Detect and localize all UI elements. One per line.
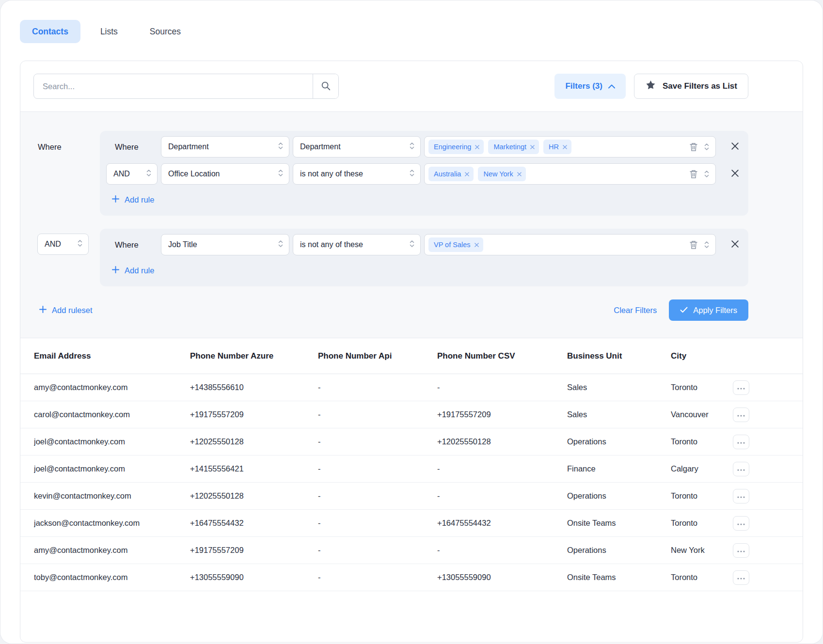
rule-values-box[interactable]: Australia [424, 163, 716, 185]
remove-rule-button[interactable] [728, 237, 742, 252]
clear-filters-button[interactable]: Clear Filters [614, 306, 657, 315]
rule-values-box[interactable]: Engineering [424, 136, 716, 157]
cell-actions [728, 516, 749, 531]
cell-actions [728, 462, 749, 476]
column-header: Phone Number Azure [190, 351, 318, 361]
ruleset-row: Where Where Where [37, 131, 748, 216]
ruleset-connector: Where Where [37, 131, 100, 152]
apply-filters-label: Apply Filters [693, 306, 737, 315]
cell-phone-azure: +12025550128 [190, 491, 318, 501]
row-menu-button[interactable] [733, 462, 749, 476]
field-select[interactable]: Job Title [161, 234, 289, 255]
cell-email: amy@contactmonkey.com [34, 546, 190, 555]
search-input[interactable] [34, 74, 313, 98]
row-menu-button[interactable] [733, 489, 749, 503]
row-menu-button[interactable] [733, 435, 749, 449]
cell-phone-azure: +14385556610 [190, 383, 318, 392]
ruleset-connector-select[interactable]: AND [37, 234, 89, 255]
tag-list: Australia [428, 167, 689, 181]
row-menu-button[interactable] [733, 516, 749, 531]
row-menu-button[interactable] [733, 380, 749, 395]
table-header: Email Address Phone Number Azure Phone N… [20, 338, 803, 374]
operator-select-value: Department [300, 142, 341, 151]
ellipsis-icon [737, 411, 745, 418]
remove-tag-icon[interactable] [563, 145, 567, 149]
cell-phone-api: - [318, 546, 437, 555]
contacts-table: Email Address Phone Number Azure Phone N… [20, 338, 803, 591]
cell-business-unit: Operations [567, 437, 671, 446]
reorder-chevrons-icon[interactable] [704, 241, 709, 249]
trash-icon[interactable] [689, 169, 698, 179]
remove-tag-icon[interactable] [475, 145, 479, 149]
cell-business-unit: Onsite Teams [567, 518, 671, 528]
add-rule-button[interactable]: Add rule [112, 263, 154, 278]
filters-toggle-button[interactable]: Filters (3) [554, 74, 626, 99]
apply-filters-button[interactable]: Apply Filters [669, 299, 748, 321]
field-select[interactable]: Office Location [161, 163, 289, 185]
ruleset-row: AND AND Where [37, 229, 748, 286]
cell-phone-csv: +16475554432 [437, 518, 567, 528]
operator-select[interactable]: is not any of these [293, 163, 421, 185]
remove-rule-button[interactable] [728, 140, 742, 154]
search-icon [320, 80, 331, 93]
tag-label: New York [483, 170, 513, 178]
remove-tag-icon[interactable] [517, 172, 522, 176]
column-header: Phone Number Api [318, 351, 437, 361]
field-select[interactable]: Department [161, 136, 289, 157]
remove-rule-button[interactable] [728, 167, 742, 181]
search-button[interactable] [313, 74, 338, 98]
save-filters-button[interactable]: Save Filters as List [634, 74, 748, 99]
contacts-page: Contacts Lists Sources [0, 0, 823, 644]
cell-actions [728, 380, 749, 395]
cell-phone-api: - [318, 518, 437, 528]
cell-city: Toronto [671, 491, 728, 501]
remove-tag-icon[interactable] [530, 145, 535, 149]
cell-city: Toronto [671, 437, 728, 446]
ruleset: Where Where Job Title [100, 229, 748, 286]
cell-phone-api: - [318, 410, 437, 419]
connector-value: AND [113, 170, 130, 178]
cell-business-unit: Operations [567, 491, 671, 501]
cell-business-unit: Operations [567, 546, 671, 555]
operator-select[interactable]: is not any of these [293, 234, 421, 255]
operator-select[interactable]: Department [293, 136, 421, 157]
cell-phone-csv: - [437, 383, 567, 392]
rule-value-controls [689, 240, 709, 250]
column-header: Email Address [34, 351, 190, 361]
reorder-chevrons-icon[interactable] [704, 170, 709, 178]
tab[interactable]: Sources [138, 20, 193, 43]
cell-email: amy@contactmonkey.com [34, 383, 190, 392]
select-chevrons-icon [278, 169, 283, 179]
row-menu-button[interactable] [733, 408, 749, 422]
close-icon [730, 239, 740, 251]
add-rule-button[interactable]: Add rule [112, 192, 154, 207]
trash-icon[interactable] [689, 240, 698, 250]
row-menu-button[interactable] [733, 570, 749, 585]
tab[interactable]: Lists [88, 20, 130, 43]
cell-phone-csv: +13055559090 [437, 573, 567, 582]
cell-email: kevin@contactmonkey.com [34, 491, 190, 501]
cell-phone-api: - [318, 383, 437, 392]
filter-tag: HR [543, 140, 571, 154]
filter-tag: New York [478, 167, 525, 181]
reorder-chevrons-icon[interactable] [704, 143, 709, 151]
trash-icon[interactable] [689, 142, 698, 152]
column-header: Phone Number CSV [437, 351, 567, 361]
ellipsis-icon [737, 492, 745, 500]
remove-tag-icon[interactable] [475, 243, 479, 247]
cell-phone-csv: - [437, 491, 567, 501]
rule-values-box[interactable]: VP of Sales [424, 234, 716, 255]
filters-toggle-label: Filters (3) [565, 81, 602, 91]
cell-phone-csv: +12025550128 [437, 437, 567, 446]
rule-connector: Where Where [106, 234, 158, 255]
close-icon [730, 168, 740, 180]
add-ruleset-button[interactable]: Add ruleset [39, 306, 92, 315]
rule-connector: Where Where [106, 136, 158, 157]
cell-actions [728, 543, 749, 558]
row-menu-button[interactable] [733, 543, 749, 558]
tab-bar: Contacts Lists Sources [0, 0, 823, 61]
remove-tag-icon[interactable] [465, 172, 469, 176]
rule-connector-select[interactable]: AND [106, 163, 158, 185]
plus-icon [112, 195, 119, 204]
tab[interactable]: Contacts [20, 20, 80, 43]
